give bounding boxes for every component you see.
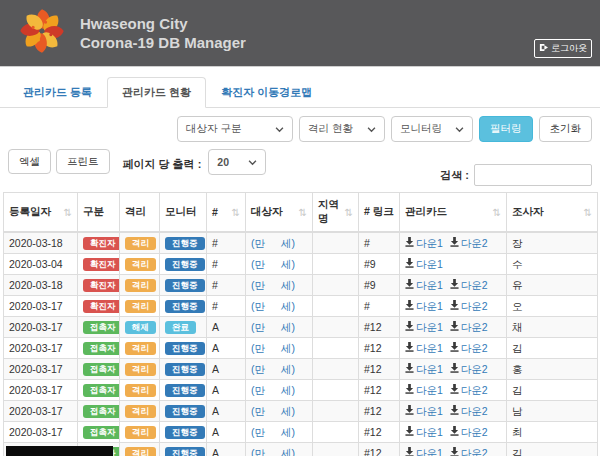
subject-type-select[interactable]: 대상자 구분 xyxy=(177,116,293,142)
card-cell: 다운1다운2 xyxy=(400,338,507,359)
monitoring-select[interactable]: 모니터링 xyxy=(391,116,473,142)
download-link[interactable]: 다운1 xyxy=(405,426,443,439)
download-link[interactable]: 다운1 xyxy=(405,384,443,397)
region-cell xyxy=(313,275,359,296)
investigator-cell: 김 xyxy=(507,380,598,401)
column-header[interactable]: 대상자⇅ xyxy=(246,193,313,233)
download-link[interactable]: 다운2 xyxy=(450,279,488,292)
column-header[interactable]: 등록일자⇅ xyxy=(4,193,78,233)
tab-card-status[interactable]: 관리카드 현황 xyxy=(107,77,206,108)
per-page-select[interactable]: 20 xyxy=(208,149,266,175)
subject-link[interactable]: (만 세) xyxy=(251,342,295,354)
status-badge: 진행중 xyxy=(165,258,205,272)
subject-cell: (만 세) xyxy=(246,254,313,275)
link-number-cell: #12 xyxy=(359,317,400,338)
download-link[interactable]: 다운1 xyxy=(405,342,443,355)
number-cell: A xyxy=(207,359,246,380)
subject-link[interactable]: (만 세) xyxy=(251,300,295,312)
subject-link[interactable]: (만 세) xyxy=(251,237,295,249)
download-icon xyxy=(450,237,459,250)
logout-button[interactable]: 로그아웃 xyxy=(534,39,592,58)
subject-link[interactable]: (만 세) xyxy=(251,405,295,417)
number-cell: A xyxy=(207,401,246,422)
download-link[interactable]: 다운1 xyxy=(405,363,443,376)
download-link[interactable]: 다운1 xyxy=(405,405,443,418)
quarantine-cell: 격리 xyxy=(120,338,160,359)
subject-link[interactable]: (만 세) xyxy=(251,384,295,396)
table-row: 2020-03-17접촉자격리진행중A(만 세)#12다운1다운2김 xyxy=(4,380,598,401)
monitor-cell: 진행중 xyxy=(160,338,207,359)
download-link[interactable]: 다운2 xyxy=(450,342,488,355)
link-number-cell: #9 xyxy=(359,254,400,275)
download-link[interactable]: 다운1 xyxy=(405,447,443,456)
category-cell: 확진자 xyxy=(78,232,120,254)
card-cell: 다운1다운2 xyxy=(400,380,507,401)
reset-button[interactable]: 초기화 xyxy=(539,116,593,142)
filter-button[interactable]: 필터링 xyxy=(479,116,533,142)
subject-link[interactable]: (만 세) xyxy=(251,279,295,291)
per-page-control: 페이지 당 출력 : 20 xyxy=(123,153,267,175)
download-link[interactable]: 다운2 xyxy=(450,321,488,334)
app-title: Hwaseong City Corona-19 DB Manager xyxy=(80,14,246,52)
category-cell: 접촉자 xyxy=(78,380,120,401)
column-header[interactable]: 조사자⇅ xyxy=(507,193,598,233)
download-link[interactable]: 다운2 xyxy=(450,447,488,456)
subject-link[interactable]: (만 세) xyxy=(251,321,295,333)
download-link[interactable]: 다운2 xyxy=(450,384,488,397)
subject-cell: (만 세) xyxy=(246,422,313,443)
download-icon xyxy=(450,405,459,418)
status-badge: 격리 xyxy=(125,279,156,293)
status-badge: 진행중 xyxy=(165,363,205,377)
region-cell xyxy=(313,338,359,359)
card-cell: 다운1다운2 xyxy=(400,275,507,296)
investigator-cell: 유 xyxy=(507,275,598,296)
link-number-cell: #12 xyxy=(359,422,400,443)
column-header[interactable]: 관리카드⇅ xyxy=(400,193,507,233)
table-row: 2020-03-17접촉자격리진행중A(만 세)#12다운1다운2김 xyxy=(4,338,598,359)
quarantine-cell: 격리 xyxy=(120,380,160,401)
download-link[interactable]: 다운2 xyxy=(450,405,488,418)
column-header-label: # 링크 xyxy=(364,205,394,219)
download-link[interactable]: 다운1 xyxy=(405,258,443,271)
download-icon xyxy=(405,342,414,355)
print-button[interactable]: 프린트 xyxy=(56,149,110,174)
download-link[interactable]: 다운2 xyxy=(450,300,488,313)
monitor-cell: 진행중 xyxy=(160,401,207,422)
table-row: 2020-03-04확진자격리진행중#(만 세)#9다운1수 xyxy=(4,254,598,275)
tab-card-register[interactable]: 관리카드 등록 xyxy=(8,77,107,108)
quarantine-cell: 격리 xyxy=(120,359,160,380)
subject-link[interactable]: (만 세) xyxy=(251,258,295,270)
chevron-down-icon xyxy=(367,123,376,135)
chevron-down-icon xyxy=(248,156,257,168)
search-input[interactable] xyxy=(474,164,592,186)
column-header-label: 등록일자 xyxy=(9,205,51,219)
download-link[interactable]: 다운1 xyxy=(405,321,443,334)
download-link[interactable]: 다운2 xyxy=(450,426,488,439)
column-header: 구분 xyxy=(78,193,120,233)
category-cell: 접촉자 xyxy=(78,338,120,359)
number-cell: # xyxy=(207,275,246,296)
number-cell: A xyxy=(207,380,246,401)
column-header[interactable]: 지역명⇅ xyxy=(313,193,359,233)
status-badge: 격리 xyxy=(125,342,156,356)
sort-icon: ⇅ xyxy=(345,207,353,218)
status-badge: 진행중 xyxy=(165,426,205,440)
subject-link[interactable]: (만 세) xyxy=(251,426,295,438)
subject-link[interactable]: (만 세) xyxy=(251,447,295,456)
investigator-cell: 오 xyxy=(507,296,598,317)
download-link[interactable]: 다운1 xyxy=(405,300,443,313)
quarantine-cell: 격리 xyxy=(120,401,160,422)
monitor-cell: 진행중 xyxy=(160,254,207,275)
download-link[interactable]: 다운1 xyxy=(405,237,443,250)
tab-route-map[interactable]: 확진자 이동경로맵 xyxy=(206,77,327,108)
per-page-value: 20 xyxy=(217,156,229,168)
column-header[interactable]: #⇅ xyxy=(207,193,246,233)
link-number-cell: #9 xyxy=(359,275,400,296)
excel-button[interactable]: 엑셀 xyxy=(8,149,51,174)
download-link[interactable]: 다운1 xyxy=(405,279,443,292)
download-link[interactable]: 다운2 xyxy=(450,363,488,376)
download-link[interactable]: 다운2 xyxy=(450,237,488,250)
subject-link[interactable]: (만 세) xyxy=(251,363,295,375)
sort-icon: ⇅ xyxy=(64,207,72,218)
quarantine-status-select[interactable]: 격리 현황 xyxy=(299,116,385,142)
